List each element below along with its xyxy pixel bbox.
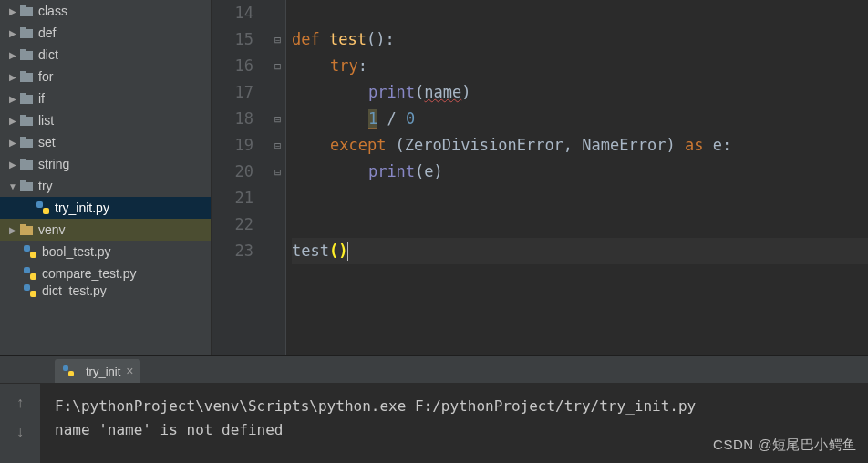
file-try-init-py[interactable]: try_init.py xyxy=(0,197,211,219)
run-tab-bar[interactable]: try_init × xyxy=(0,356,868,384)
svg-rect-24 xyxy=(24,267,30,273)
svg-rect-29 xyxy=(68,371,74,376)
chevron-right-icon: ▶ xyxy=(7,28,18,38)
chevron-right-icon: ▶ xyxy=(7,159,18,170)
folder-icon xyxy=(20,5,33,16)
folder-icon xyxy=(20,115,33,126)
svg-rect-18 xyxy=(36,201,43,208)
svg-rect-4 xyxy=(20,51,33,60)
code-line: except (ZeroDivisionError, NameError) as… xyxy=(292,132,868,159)
svg-rect-25 xyxy=(30,273,36,280)
svg-rect-22 xyxy=(24,245,30,252)
chevron-right-icon: ▶ xyxy=(7,225,18,235)
run-toolbar[interactable]: ↑ ↓ xyxy=(0,384,40,463)
folder-dict[interactable]: ▶dict xyxy=(0,44,211,66)
svg-rect-12 xyxy=(20,139,33,148)
folder-icon xyxy=(20,137,33,148)
chevron-right-icon: ▶ xyxy=(7,116,18,126)
down-arrow-icon[interactable]: ↓ xyxy=(16,424,24,440)
python-file-icon xyxy=(24,267,36,280)
code-line: def test(): xyxy=(292,26,868,53)
library-folder-icon xyxy=(20,224,33,235)
file-bool-test-py[interactable]: bool_test.py xyxy=(0,241,211,262)
svg-rect-5 xyxy=(20,49,26,52)
svg-rect-20 xyxy=(20,226,33,235)
chevron-right-icon: ▶ xyxy=(7,94,18,104)
svg-rect-17 xyxy=(20,180,26,183)
svg-rect-16 xyxy=(20,182,33,191)
fold-column[interactable]: ⊟⊟⊟⊟⊟ xyxy=(270,0,286,355)
chevron-right-icon: ▶ xyxy=(7,138,18,148)
folder-icon xyxy=(20,93,33,104)
svg-rect-14 xyxy=(20,160,33,170)
close-icon[interactable]: × xyxy=(126,364,133,378)
svg-rect-21 xyxy=(20,224,26,227)
svg-rect-8 xyxy=(20,95,33,104)
svg-rect-1 xyxy=(20,5,26,8)
svg-rect-15 xyxy=(20,159,26,161)
folder-for[interactable]: ▶for xyxy=(0,66,211,87)
file-dict-test-py[interactable]: dict_test.py xyxy=(0,284,211,297)
python-file-icon xyxy=(24,245,36,258)
up-arrow-icon[interactable]: ↑ xyxy=(16,395,24,411)
svg-rect-6 xyxy=(20,73,33,82)
folder-icon xyxy=(20,27,33,38)
folder-class[interactable]: ▶class xyxy=(0,0,211,22)
folder-venv[interactable]: ▶venv xyxy=(0,219,211,241)
chevron-right-icon: ▶ xyxy=(7,72,18,82)
code-line: print(e) xyxy=(292,159,868,185)
fold-icon[interactable]: ⊟ xyxy=(270,53,285,79)
watermark-text: CSDN @短尾巴小鳄鱼 xyxy=(713,437,857,454)
caret-icon xyxy=(347,242,348,261)
svg-rect-11 xyxy=(20,115,26,118)
line-number-gutter: 14151617181920212223 xyxy=(212,0,270,355)
svg-rect-3 xyxy=(20,27,26,30)
fold-end-icon[interactable]: ⊟ xyxy=(270,159,285,185)
code-line: print(name) xyxy=(292,79,868,106)
chevron-right-icon: ▶ xyxy=(7,50,18,60)
svg-rect-2 xyxy=(20,29,33,38)
fold-end-icon[interactable]: ⊟ xyxy=(270,106,285,132)
code-line xyxy=(292,185,868,211)
folder-icon xyxy=(20,180,33,191)
fold-icon[interactable]: ⊟ xyxy=(270,132,285,159)
folder-try[interactable]: ▼try xyxy=(0,175,211,197)
folder-icon xyxy=(20,159,33,170)
code-line: 1 / 0 xyxy=(292,106,868,132)
svg-rect-7 xyxy=(20,71,26,74)
chevron-down-icon: ▼ xyxy=(7,181,18,191)
svg-rect-28 xyxy=(63,365,68,371)
python-file-icon xyxy=(62,365,75,377)
chevron-right-icon: ▶ xyxy=(7,6,18,16)
code-line xyxy=(292,0,868,26)
run-tab-label: try_init xyxy=(86,365,120,378)
project-tree[interactable]: ▶class ▶def ▶dict ▶for ▶if ▶list ▶set ▶s… xyxy=(0,0,212,355)
svg-rect-26 xyxy=(24,284,30,291)
folder-if[interactable]: ▶if xyxy=(0,87,211,109)
folder-icon xyxy=(20,71,33,82)
folder-set[interactable]: ▶set xyxy=(0,131,211,153)
run-tab-try-init[interactable]: try_init × xyxy=(55,359,140,383)
folder-def[interactable]: ▶def xyxy=(0,22,211,44)
code-line xyxy=(292,211,868,238)
fold-icon[interactable]: ⊟ xyxy=(270,26,285,53)
folder-icon xyxy=(20,49,33,60)
folder-list[interactable]: ▶list xyxy=(0,109,211,131)
python-file-icon xyxy=(24,284,36,297)
code-editor[interactable]: 14151617181920212223 ⊟⊟⊟⊟⊟ def test(): t… xyxy=(212,0,868,355)
svg-rect-13 xyxy=(20,137,26,139)
svg-rect-19 xyxy=(43,208,49,214)
code-area[interactable]: def test(): try: print(name) 1 / 0 excep… xyxy=(286,0,868,355)
code-line: test() xyxy=(292,238,868,264)
svg-rect-23 xyxy=(30,252,36,258)
svg-rect-10 xyxy=(20,117,33,126)
svg-rect-9 xyxy=(20,93,26,96)
file-compare-test-py[interactable]: compare_test.py xyxy=(0,262,211,284)
folder-string[interactable]: ▶string xyxy=(0,153,211,175)
svg-rect-27 xyxy=(30,291,36,297)
svg-rect-0 xyxy=(20,7,33,16)
code-line: try: xyxy=(292,53,868,79)
python-file-icon xyxy=(36,201,49,214)
